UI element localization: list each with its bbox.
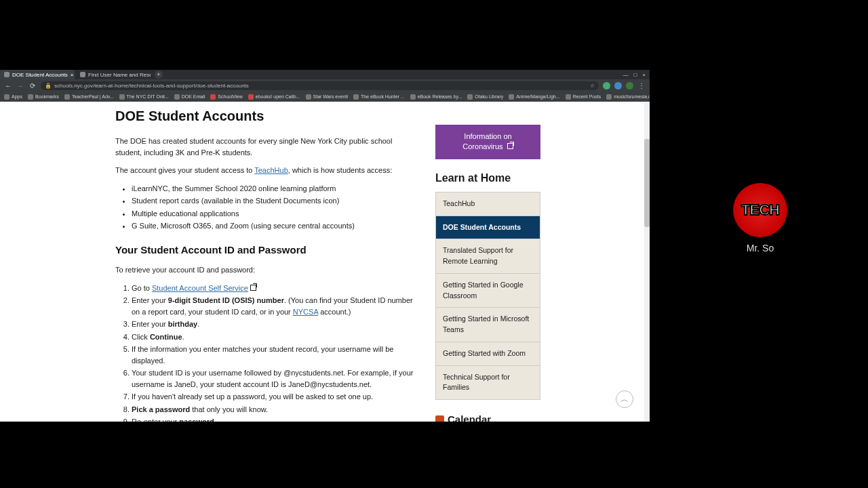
new-tab-button[interactable]: +	[155, 70, 163, 79]
sidebar: Information on Coronavirus Learn at Home…	[435, 102, 540, 422]
tab-strip: DOE Student Accounts × Find User Name an…	[0, 70, 650, 79]
scroll-to-top-button[interactable]: ︿	[616, 390, 633, 408]
sidebar-item-translated[interactable]: Translated Support for Remote Learning	[436, 239, 540, 274]
list-item: Enter your birthday.	[132, 319, 418, 330]
list-item: If you haven't already set up a password…	[132, 391, 418, 403]
calendar-icon	[435, 415, 444, 422]
window-controls: — □ ×	[623, 72, 650, 78]
sidebar-item-tech-support[interactable]: Technical Support for Families	[436, 366, 540, 400]
bookmark-item[interactable]: Anime/Manga/Ligh...	[509, 94, 559, 100]
bookmark-item[interactable]: Bookmarks	[28, 94, 59, 100]
close-window-icon[interactable]: ×	[642, 72, 646, 78]
tab-title: Find User Name and Reset Pass...	[88, 72, 151, 78]
coronavirus-info-button[interactable]: Information on Coronavirus	[435, 125, 540, 159]
external-link-icon	[507, 143, 513, 149]
bookmark-item[interactable]: The NYC DIT Onli...	[119, 94, 169, 100]
list-item: Pick a password that only you will know.	[132, 404, 418, 415]
url-input[interactable]: 🔒 schools.nyc.gov/learn-at-home/technica…	[41, 81, 599, 90]
sidebar-item-zoom[interactable]: Getting Started with Zoom	[436, 342, 540, 366]
list-item: Multiple educational applications	[132, 208, 418, 220]
list-item: Click Continue.	[132, 331, 418, 343]
extension-icons: ⋮	[603, 82, 646, 89]
list-item: Re-enter your password.	[132, 416, 418, 422]
list-item: iLearnNYC, the Summer School 2020 online…	[132, 183, 418, 195]
main-content: DOE Student Accounts The DOE has created…	[115, 102, 426, 422]
logo-text: TECH	[741, 201, 779, 219]
bookmark-apps[interactable]: Apps	[4, 94, 22, 100]
url-text: schools.nyc.gov/learn-at-home/technical-…	[54, 83, 249, 89]
forward-button[interactable]: →	[16, 82, 24, 89]
chevron-up-icon: ︿	[620, 394, 629, 405]
nycsa-link[interactable]: NYCSA	[293, 308, 318, 316]
favicon	[4, 72, 9, 77]
sidebar-heading: Learn at Home	[435, 170, 540, 186]
presenter-logo: TECH	[733, 183, 787, 237]
extension-icon[interactable]	[614, 82, 622, 89]
profile-icon[interactable]	[626, 82, 633, 89]
presenter-panel: TECH Mr. So	[652, 183, 868, 253]
scrollbar-thumb[interactable]	[644, 139, 650, 227]
self-service-link[interactable]: Student Account Self Service	[152, 284, 248, 292]
teachhub-link[interactable]: TeachHub	[254, 166, 288, 174]
retrieve-text: To retrieve your account ID and password…	[115, 264, 418, 276]
intro-paragraph-2: The account gives your student access to…	[115, 165, 418, 176]
sidebar-item-teachhub[interactable]: TeachHub	[436, 192, 540, 216]
bookmark-item[interactable]: Recent Posts	[566, 94, 601, 100]
scrollbar[interactable]	[644, 102, 650, 422]
lock-icon: 🔒	[45, 83, 52, 89]
calendar-heading: Calendar	[435, 412, 540, 422]
reload-button[interactable]: ⟳	[28, 82, 37, 89]
list-item: If the information you enter matches you…	[132, 344, 418, 366]
maximize-icon[interactable]: □	[633, 72, 637, 78]
list-item: G Suite, Microsoft O365, and Zoom (using…	[132, 220, 418, 232]
steps-list: Go to Student Account Self Service Enter…	[115, 283, 418, 422]
browser-tab-1[interactable]: DOE Student Accounts ×	[0, 70, 75, 79]
external-link-icon	[250, 285, 256, 291]
menu-icon[interactable]: ⋮	[637, 82, 646, 89]
sidebar-item-ms-teams[interactable]: Getting Started in Microsoft Teams	[436, 308, 540, 342]
list-item: Go to Student Account Self Service	[132, 283, 418, 294]
extension-icon[interactable]	[603, 82, 610, 89]
access-list: iLearnNYC, the Summer School 2020 online…	[115, 183, 418, 232]
sidebar-item-doe-accounts[interactable]: DOE Student Accounts	[436, 216, 540, 240]
bookmark-item[interactable]: eBook Releases by...	[410, 94, 462, 100]
bookmark-item[interactable]: TeacherPaul | Adv...	[64, 94, 114, 100]
star-icon[interactable]: ☆	[590, 83, 595, 89]
bookmark-item[interactable]: DOE Email	[174, 94, 205, 100]
bookmark-item[interactable]: The eBook Hunter ...	[353, 94, 405, 100]
list-item: Enter your 9-digit Student ID (OSIS) num…	[132, 295, 418, 317]
bookmark-item[interactable]: SchoolView	[210, 94, 242, 100]
list-item: Student report cards (available in the S…	[132, 195, 418, 207]
bookmark-item[interactable]: Star Wars eventi	[306, 94, 348, 100]
bookmark-item[interactable]: musicforumesia.com	[606, 94, 650, 100]
bookmarks-bar: Apps Bookmarks TeacherPaul | Adv... The …	[0, 92, 650, 102]
presenter-name: Mr. So	[652, 243, 868, 253]
page-title: DOE Student Accounts	[115, 106, 418, 126]
sidebar-item-google-classroom[interactable]: Getting Started in Google Classroom	[436, 274, 540, 308]
close-icon[interactable]: ×	[71, 72, 74, 78]
sidebar-nav: TeachHub DOE Student Accounts Translated…	[435, 192, 540, 400]
minimize-icon[interactable]: —	[623, 72, 628, 78]
list-item: Your student ID is your username followe…	[132, 367, 418, 390]
section-heading: Your Student Account ID and Password	[115, 243, 418, 258]
browser-tab-2[interactable]: Find User Name and Reset Pass... ×	[76, 70, 151, 79]
tab-title: DOE Student Accounts	[12, 72, 68, 78]
back-button[interactable]: ←	[4, 82, 12, 89]
address-bar: ← → ⟳ 🔒 schools.nyc.gov/learn-at-home/te…	[0, 79, 650, 92]
page-viewport: DOE Student Accounts The DOE has created…	[0, 102, 650, 422]
intro-paragraph: The DOE has created student accounts for…	[115, 136, 418, 158]
favicon	[80, 72, 85, 77]
browser-window: DOE Student Accounts × Find User Name an…	[0, 70, 650, 422]
bookmark-item[interactable]: ebooks! open Calib...	[248, 94, 300, 100]
bookmark-item[interactable]: Otaku Library	[467, 94, 503, 100]
